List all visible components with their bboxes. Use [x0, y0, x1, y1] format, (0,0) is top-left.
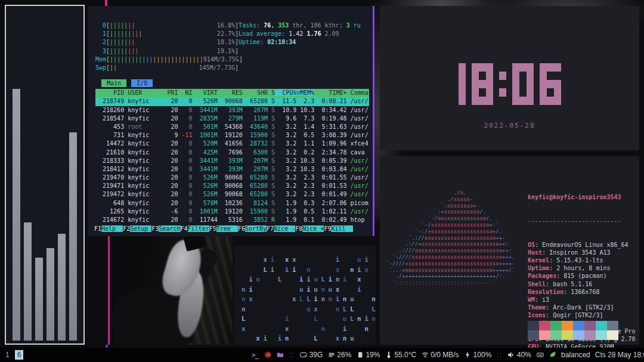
statusbar-item-network-speed[interactable]: 0/0 MB/s: [421, 351, 459, 359]
fkey-nice-[interactable]: F7Nice -: [267, 225, 295, 232]
clock-digit: [459, 63, 466, 105]
clock-widget[interactable]: 2022-05-28: [380, 6, 639, 150]
statusbar-item-memory-usage[interactable]: 26%: [327, 351, 351, 359]
ascii-art-line: `:::::::::::::::::::::::------``: [386, 280, 515, 286]
htop-tab-io[interactable]: I/O: [131, 79, 153, 87]
process-row[interactable]: 219472 knyfic 20 0 526M 90068 65280 S 3.…: [95, 190, 369, 199]
statusbar-item-disk-usage[interactable]: 39G: [300, 351, 323, 359]
clock-time: [380, 63, 639, 105]
statusbar-item-temperature[interactable]: 55.0°C: [385, 351, 416, 359]
letter-rain-line: xi xx i ui: [242, 255, 376, 265]
process-row[interactable]: 214672 knyfic 20 0 11744 5316 3852 R 1.9…: [95, 216, 369, 224]
process-row[interactable]: 218260 knyfic 20 0 3441M 393M 207M S 10.…: [95, 106, 369, 115]
workspace-switcher: 16: [0, 350, 23, 360]
meter-2: 2[|||||||18.1%]: [95, 38, 239, 47]
fkey-search[interactable]: F3Search: [151, 225, 180, 232]
htop-summary-line: Tasks: 76, 353 thr, 106 kthr; 3 ru: [239, 21, 361, 30]
process-row[interactable]: 648 knyfic 20 0 578M 10236 8124 S 1.9 0.…: [95, 199, 369, 208]
clock-digit: [540, 63, 561, 105]
anime-image-window[interactable]: [108, 236, 233, 345]
status-bar: 16 >_::39G26%19%55.0°C0/0 MB/s100%::40%b…: [0, 348, 644, 362]
workspace-6[interactable]: 6: [15, 350, 24, 360]
process-row[interactable]: 14472 knyfic 20 0 520M 41656 28732 S 3.2…: [95, 140, 369, 148]
app-circle-icon: [264, 351, 271, 358]
palette-swatch: [528, 330, 539, 340]
process-row[interactable]: 453 root 20 0 501M 54368 43640 S 3.2 1.4…: [95, 123, 369, 131]
fkey-setup[interactable]: F2Setup: [123, 225, 151, 232]
statusbar-item-app-launcher[interactable]: [264, 351, 271, 358]
process-row[interactable]: 218749 knyfic 20 0 526M 90068 65280 S 11…: [95, 97, 369, 106]
ascii-art-line: `:+sssssssssso/.: [386, 209, 515, 215]
process-row[interactable]: 219470 knyfic 20 0 526M 90068 65280 S 3.…: [95, 174, 369, 182]
ascii-art-line: ./o.: [386, 190, 515, 196]
ascii-art-line: `-////+ssssssssssssssssssssssssssso++++-: [386, 261, 515, 267]
folder-icon: [276, 351, 284, 358]
fkey-help[interactable]: F1Help: [94, 225, 123, 232]
letter-rain-window[interactable]: xi xx i ui Li ii n x nix in L iiuLini xn…: [234, 246, 376, 345]
letter-rain-line: L i L uLnin: [242, 314, 376, 324]
meter-1: 1[|||||||||22.7%]: [95, 30, 239, 38]
process-row[interactable]: 218333 knyfic 20 0 3441M 393M 207M S 3.2…: [95, 157, 369, 165]
process-row[interactable]: 219471 knyfic 20 0 526M 90068 65280 S 3.…: [95, 182, 369, 190]
palette-swatch: [584, 330, 596, 340]
fkey-nice-[interactable]: F8Nice +: [295, 225, 324, 232]
process-row[interactable]: 21610 knyfic 20 0 425M 7696 6300 S 3.2 0…: [95, 148, 369, 157]
palette-swatch: [562, 321, 573, 330]
ascii-art-line: .://+ssssssssssssssssssssssso++:: [386, 241, 515, 247]
letter-rain-line: ni uiunux i: [242, 285, 376, 295]
letter-rain-line: xi in L xnu x: [242, 334, 376, 344]
workspace-1[interactable]: 1: [3, 350, 12, 360]
keyboard-icon: [536, 351, 544, 358]
process-row[interactable]: 1265 knyfic -6 0 1001M 19120 15900 S 1.9…: [95, 208, 369, 216]
process-row[interactable]: 218412 knyfic 20 0 3441M 393M 207M S 3.2…: [95, 165, 369, 174]
neofetch-field: Packages: 815 (pacman): [528, 272, 636, 280]
clock-date: 2022-05-28: [380, 122, 639, 129]
htop-summary-line: Uptime: 02:10:34: [239, 38, 361, 47]
statusbar-item-power-profile[interactable]: balanced: [561, 351, 590, 359]
fkey-tree[interactable]: F5Tree: [209, 225, 238, 232]
statusbar-item-terminal-launcher[interactable]: >_: [251, 351, 259, 358]
palette-swatch: [596, 321, 607, 330]
neofetch-field: WM: i3: [528, 296, 636, 304]
htop-tab-main[interactable]: Main: [101, 79, 126, 87]
letter-rain-line: n ux nLL L: [242, 305, 376, 315]
clock-digit: [499, 63, 506, 105]
neofetch-terminal-window[interactable]: ./o. ./sssso- `:osssssss+- `:+ssssssssss…: [380, 156, 639, 345]
statusbar-item-keyboard-layout[interactable]: [536, 351, 544, 358]
plug-icon: [464, 351, 472, 358]
neofetch-field: Uptime: 2 hours, 8 mins: [528, 264, 636, 272]
htop-terminal-window[interactable]: 0[|||||||16.8%] 1[|||||||||22.7%] 2[||||…: [88, 6, 374, 236]
statusbar-item-volume[interactable]: 40%: [507, 351, 531, 359]
palette-swatch: [539, 330, 550, 340]
palette-swatch: [596, 330, 607, 340]
status-bar-items: >_::39G26%19%55.0°C0/0 MB/s100%::40%bala…: [251, 348, 641, 362]
cava-bar: [58, 234, 66, 341]
ascii-art-line: `:////ssssssssssssssssssssssssssso+++.: [386, 254, 515, 261]
letter-rain-line: nx xLLinninu n: [242, 295, 376, 305]
fkey-filter[interactable]: F4Filter: [181, 225, 209, 232]
palette-swatch: [573, 321, 584, 330]
statusbar-item-file-manager[interactable]: [276, 351, 284, 358]
statusbar-item-cpu-usage[interactable]: 19%: [356, 351, 380, 359]
palette-swatch: [528, 321, 539, 330]
cava-visualizer-window[interactable]: [5, 5, 85, 345]
process-row[interactable]: 731 knyfic 9 -11 1001M 19120 15900 S 3.2…: [95, 131, 369, 140]
clock-digit: [472, 63, 493, 105]
process-table: PID USER PRI NI VIRT RES SHR S CPU%▽MEM%…: [95, 89, 369, 224]
neofetch-title: knyfic@knyfic-inspiron3543: [528, 193, 636, 201]
htop-summary: Tasks: 76, 353 thr, 106 kthr; 3 ruLoad a…: [239, 21, 361, 47]
meter-0: 0[|||||||16.8%]: [95, 21, 239, 30]
thermometer-icon: [385, 351, 392, 358]
statusbar-item-battery[interactable]: 100%: [464, 351, 492, 359]
cava-bar: [47, 248, 54, 341]
meter-mem: Mem[||||||||||||||||||||||||||914M/3.75G…: [95, 55, 239, 64]
palette-row: [528, 321, 618, 330]
fkey-sortby[interactable]: F6SortBy: [238, 225, 267, 232]
fkey-kill[interactable]: F9Kill: [324, 225, 352, 232]
leaf-icon: [549, 351, 556, 358]
statusbar-item-power-profile-icon[interactable]: [549, 351, 556, 358]
process-row[interactable]: 218547 knyfic 20 0 2835M 279M 119M S 9.6…: [95, 115, 369, 123]
process-table-header: PID USER PRI NI VIRT RES SHR S CPU%▽MEM%…: [95, 89, 369, 97]
neofetch-separator: --------------------------: [528, 217, 636, 225]
statusbar-item-datetime[interactable]: Cts 28 May 18:06:14: [595, 351, 644, 359]
